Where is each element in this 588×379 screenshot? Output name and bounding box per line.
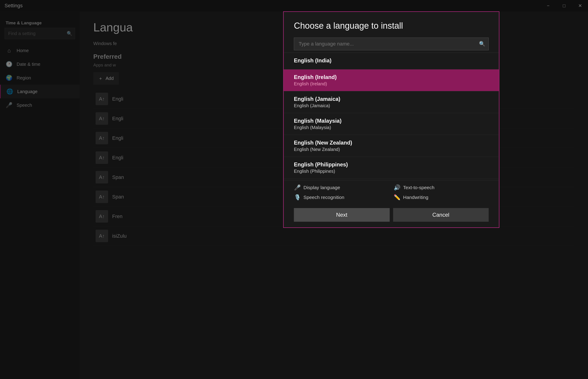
feature-display-language: 🎤 Display language (294, 184, 389, 191)
lang-secondary: English (Jamaica) (294, 103, 489, 108)
lang-primary: English (Malaysia) (294, 118, 489, 124)
lang-secondary: English (Philippines) (294, 169, 489, 174)
lang-primary: English (Jamaica) (294, 96, 489, 102)
feature-label: Handwriting (403, 195, 429, 200)
next-button[interactable]: Next (294, 208, 390, 222)
feature-handwriting: ✏️ Handwriting (394, 194, 489, 201)
list-item-selected[interactable]: English (Ireland) English (Ireland) (284, 69, 499, 91)
feature-label: Text-to-speech (403, 185, 435, 190)
choose-language-dialog: Choose a language to install 🔍 English (… (283, 11, 499, 228)
lang-secondary: English (New Zealand) (294, 147, 489, 152)
dialog-title: Choose a language to install (294, 21, 489, 31)
list-item[interactable]: English (Jamaica) English (Jamaica) (284, 91, 499, 113)
dialog-buttons: Next Cancel (284, 205, 499, 227)
list-item[interactable]: English (Malaysia) English (Malaysia) (284, 113, 499, 135)
feature-label: Speech recognition (304, 195, 344, 200)
cancel-button[interactable]: Cancel (393, 208, 489, 222)
lang-secondary: English (Ireland) (294, 81, 489, 86)
lang-primary: English (New Zealand) (294, 140, 489, 146)
dialog-language-list[interactable]: English (India) English (Ireland) Englis… (284, 53, 499, 180)
text-to-speech-icon: 🔊 (394, 184, 401, 191)
lang-secondary: English (Malaysia) (294, 125, 489, 130)
handwriting-icon: ✏️ (394, 194, 401, 201)
feature-speech-recognition: 🎙️ Speech recognition (294, 194, 389, 201)
list-item[interactable]: English (India) (284, 53, 499, 69)
feature-text-to-speech: 🔊 Text-to-speech (394, 184, 489, 191)
display-language-icon: 🎤 (294, 184, 301, 191)
list-item[interactable]: English (Singapore) English (Singapore) (284, 179, 499, 180)
list-item[interactable]: English (Philippines) English (Philippin… (284, 157, 499, 179)
list-item[interactable]: English (New Zealand) English (New Zeala… (284, 135, 499, 157)
dialog-search-container: 🔍 (294, 38, 489, 50)
lang-primary: English (Ireland) (294, 74, 489, 80)
feature-label: Display language (304, 185, 340, 190)
lang-primary: English (Philippines) (294, 161, 489, 168)
lang-primary: English (India) (294, 57, 489, 64)
dialog-header: Choose a language to install (284, 12, 499, 35)
search-icon: 🔍 (479, 41, 485, 47)
language-search-input[interactable] (294, 38, 489, 50)
features-section: 🎤 Display language 🔊 Text-to-speech 🎙️ S… (284, 180, 499, 205)
speech-recognition-icon: 🎙️ (294, 194, 301, 201)
